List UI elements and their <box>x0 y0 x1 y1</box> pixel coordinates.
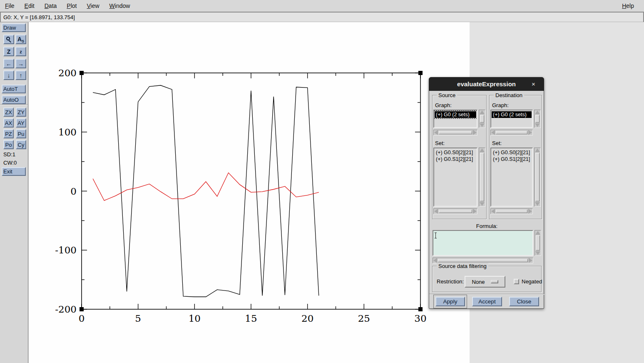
pan-left-icon[interactable]: ← <box>3 59 14 68</box>
list-item[interactable]: (+) G0.S0[2][21] <box>492 149 532 156</box>
dialog-titlebar[interactable]: evaluateExpression × <box>429 77 544 91</box>
source-set-list[interactable]: (+) G0.S0[2][21](+) G0.S1[2][21] <box>433 148 477 207</box>
destination-set-hscrollbar[interactable] <box>490 208 533 214</box>
menu-plot[interactable]: Plot <box>62 1 82 11</box>
pu-button[interactable]: Pu <box>16 129 26 138</box>
accept-button[interactable]: Accept <box>472 297 502 306</box>
source-graph-vscrollbar[interactable] <box>479 110 485 128</box>
plot-canvas[interactable]: 051015202530-200-1000100200 <box>29 22 470 363</box>
evaluate-expression-dialog: evaluateExpression × Source Graph: (+) G… <box>429 77 544 309</box>
exit-button[interactable]: Exit <box>2 167 26 176</box>
destination-set-list[interactable]: (+) G0.S0[2][21](+) G0.S1[2][21] <box>490 148 533 207</box>
scroll-thumb[interactable] <box>439 210 472 213</box>
graph-corner-handle[interactable] <box>418 307 423 311</box>
formula-input[interactable] <box>433 230 533 256</box>
list-item[interactable]: (+) G0.S1[2][21] <box>492 156 532 163</box>
scroll-thumb[interactable] <box>438 259 528 262</box>
scroll-up-icon[interactable] <box>535 110 540 114</box>
apply-label: Apply <box>443 298 458 305</box>
formula-hscrollbar[interactable] <box>433 258 533 263</box>
list-item[interactable]: (+) G0.S1[2][21] <box>435 156 476 163</box>
source-set-hscrollbar[interactable] <box>433 208 477 214</box>
scroll-up-icon[interactable] <box>480 148 485 152</box>
list-item[interactable]: (+) G0.S0[2][21] <box>435 149 476 156</box>
y-tick-label: 0 <box>70 186 77 197</box>
zoom-in-icon[interactable]: Z <box>3 47 14 56</box>
pan-up-icon[interactable]: ↑ <box>15 70 26 80</box>
scroll-left-icon[interactable] <box>491 209 495 214</box>
destination-graph-hscrollbar[interactable] <box>490 130 533 135</box>
autoscale-t-button[interactable]: AutoT <box>2 85 26 93</box>
scroll-left-icon[interactable] <box>434 130 438 135</box>
scroll-up-icon[interactable] <box>535 231 540 235</box>
draw-button[interactable]: Draw <box>2 23 26 32</box>
zx-button[interactable]: ZX <box>3 108 14 117</box>
scroll-thumb[interactable] <box>480 115 484 123</box>
scroll-down-icon[interactable] <box>480 202 485 206</box>
graph-corner-handle[interactable] <box>418 71 423 75</box>
pan-right-icon[interactable]: → <box>15 59 26 68</box>
scroll-down-icon[interactable] <box>535 251 540 255</box>
scroll-down-icon[interactable] <box>535 123 540 127</box>
scroll-right-icon[interactable] <box>528 130 532 135</box>
scroll-up-icon[interactable] <box>535 148 540 152</box>
formula-vscrollbar[interactable] <box>535 230 541 256</box>
cy-button[interactable]: Cy <box>16 140 26 149</box>
menu-edit[interactable]: Edit <box>20 1 40 11</box>
pz-button[interactable]: PZ <box>3 129 14 138</box>
menu-window[interactable]: Window <box>104 1 135 11</box>
accept-label: Accept <box>478 298 495 305</box>
scroll-right-icon[interactable] <box>473 209 477 214</box>
draw-button-label: Draw <box>3 25 16 31</box>
autot-label: AutoT <box>3 86 18 92</box>
ay-button[interactable]: AY <box>16 118 26 128</box>
scroll-thumb[interactable] <box>535 153 540 201</box>
list-item[interactable]: (+) G0 (2 sets) <box>435 111 476 118</box>
scroll-thumb[interactable] <box>496 210 527 213</box>
scroll-right-icon[interactable] <box>473 130 477 135</box>
menu-file[interactable]: File <box>0 1 20 11</box>
menu-help[interactable]: Help <box>617 1 639 11</box>
close-icon[interactable]: × <box>532 80 544 88</box>
graph-corner-handle[interactable] <box>80 71 84 75</box>
ax-button[interactable]: AX <box>3 118 14 128</box>
destination-set-vscrollbar[interactable] <box>534 148 541 207</box>
scroll-left-icon[interactable] <box>433 258 437 263</box>
scroll-up-icon[interactable] <box>480 110 485 114</box>
zy-button[interactable]: ZY <box>16 108 26 117</box>
scroll-right-icon[interactable] <box>528 209 532 214</box>
po-button[interactable]: Po <box>3 140 14 149</box>
pan-down-icon[interactable]: ↓ <box>3 70 14 80</box>
text-size-icon[interactable]: AS <box>15 35 26 44</box>
scroll-thumb[interactable] <box>439 131 472 134</box>
scroll-left-icon[interactable] <box>434 209 438 214</box>
destination-graph-list[interactable]: (+) G0 (2 sets) <box>490 110 533 128</box>
scroll-down-icon[interactable] <box>535 202 540 206</box>
restriction-dropdown[interactable]: None <box>465 276 505 288</box>
source-graph-hscrollbar[interactable] <box>433 130 477 135</box>
source-set-vscrollbar[interactable] <box>479 148 485 207</box>
scroll-thumb[interactable] <box>480 153 484 201</box>
scroll-thumb[interactable] <box>535 115 540 123</box>
close-button[interactable]: Close <box>509 297 539 306</box>
text-caret <box>435 233 436 238</box>
source-graph-list[interactable]: (+) G0 (2 sets) <box>433 110 477 128</box>
zoom-icon[interactable] <box>3 35 14 44</box>
left-toolbar: Draw ASZz←→↓↑ AutoT AutoO ZXZYAXAYPZPuPo… <box>0 23 29 363</box>
scroll-right-icon[interactable] <box>529 258 532 263</box>
y-tick-label: -200 <box>55 304 77 315</box>
scroll-left-icon[interactable] <box>491 130 495 135</box>
scroll-thumb[interactable] <box>536 235 540 250</box>
apply-button[interactable]: Apply <box>435 297 465 306</box>
list-item[interactable]: (+) G0 (2 sets) <box>492 111 532 118</box>
autoscale-o-button[interactable]: AutoO <box>2 95 26 104</box>
zoom-out-icon[interactable]: z <box>15 47 26 56</box>
menu-view[interactable]: View <box>82 1 104 11</box>
menu-data[interactable]: Data <box>40 1 62 11</box>
negated-checkbox[interactable] <box>514 279 519 284</box>
graph-corner-handle[interactable] <box>80 307 84 311</box>
scroll-thumb[interactable] <box>496 131 527 134</box>
y-tick-label: 100 <box>58 127 77 138</box>
destination-graph-vscrollbar[interactable] <box>534 110 541 128</box>
scroll-down-icon[interactable] <box>480 123 485 127</box>
